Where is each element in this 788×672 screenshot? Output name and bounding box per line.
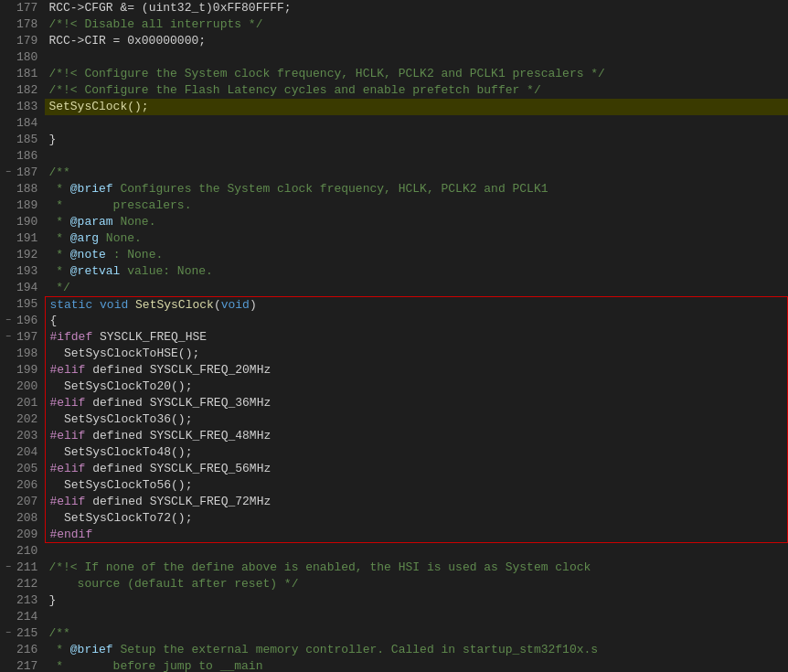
code-token: * before jump to __main: [48, 659, 262, 672]
code-token: * prescalers.: [48, 198, 191, 212]
line-number: 198: [4, 346, 37, 362]
code-line: /*!< Configure the System clock frequenc…: [45, 66, 788, 82]
code-token: *: [48, 215, 69, 229]
code-lines[interactable]: RCC->CFGR &= (uint32_t)0xFF80FFFF;/*!< D…: [45, 0, 788, 672]
fold-placeholder: [4, 662, 13, 671]
code-line: [45, 609, 788, 625]
line-number: 209: [4, 527, 37, 543]
code-token: SetSysClock();: [48, 100, 148, 113]
line-number: 181: [4, 66, 37, 82]
code-token: defined SYSCLK_FREQ_56MHz: [85, 462, 271, 475]
code-token: < If none of the define above is enabled…: [70, 560, 591, 574]
code-token: SYSCLK_FREQ_HSE: [92, 330, 207, 344]
code-token: *: [48, 264, 69, 278]
code-token: [128, 298, 135, 312]
code-token: #elif: [49, 462, 85, 475]
code-token: }: [48, 593, 56, 607]
line-number-text: 196: [16, 313, 37, 329]
code-token: @param: [70, 215, 113, 229]
line-number: 204: [4, 444, 37, 461]
line-number-text: 216: [16, 642, 37, 658]
code-line: #elif defined SYSCLK_FREQ_56MHz: [45, 461, 788, 477]
code-line: {: [45, 313, 788, 329]
fold-icon[interactable]: −: [4, 563, 13, 572]
code-line: [45, 148, 788, 165]
line-number-text: 191: [16, 230, 37, 247]
code-token: *: [48, 231, 69, 245]
line-number-text: 205: [16, 461, 37, 477]
code-line: /*!< Configure the Flash Latency cycles …: [45, 82, 788, 99]
line-number-text: 201: [16, 395, 37, 411]
code-token: /*!: [48, 560, 69, 574]
code-token: Configures the System clock frequency, H…: [113, 182, 548, 196]
line-number: 214: [4, 609, 37, 625]
code-token: < Disable all interrupts */: [70, 17, 263, 31]
code-line: #endif: [45, 527, 788, 543]
line-number: 202: [4, 411, 37, 428]
line-number-text: 193: [16, 263, 37, 280]
code-line: /*!< Disable all interrupts */: [45, 16, 788, 33]
code-line: SetSysClockTo48();: [45, 444, 788, 461]
line-number-text: 198: [16, 346, 37, 362]
code-line: source (default after reset) */: [45, 576, 788, 592]
fold-placeholder: [4, 267, 13, 276]
code-line: */: [45, 280, 788, 296]
fold-placeholder: [4, 349, 13, 358]
line-number: −196: [4, 313, 37, 329]
code-line: * @arg None.: [45, 230, 788, 247]
code-line: * @note : None.: [45, 247, 788, 263]
fold-placeholder: [4, 4, 13, 13]
code-token: #elif: [49, 363, 85, 377]
code-line: #ifdef SYSCLK_FREQ_HSE: [45, 329, 788, 346]
fold-placeholder: [4, 201, 13, 210]
code-line: SetSysClockTo36();: [45, 411, 788, 428]
line-number: −211: [4, 560, 37, 576]
code-token: #elif: [49, 495, 85, 508]
line-number: 191: [4, 230, 37, 247]
code-token: < Configure the Flash Latency cycles and…: [70, 83, 541, 97]
code-token: SetSysClockToHSE();: [49, 347, 199, 360]
fold-icon[interactable]: −: [4, 333, 13, 342]
code-line: static void SetSysClock(void): [45, 296, 788, 313]
line-number: 217: [4, 658, 37, 672]
line-number-text: 181: [16, 66, 37, 82]
line-number-text: 213: [16, 592, 37, 609]
code-token: #elif: [49, 429, 85, 443]
line-number: 193: [4, 263, 37, 280]
line-number-text: 192: [16, 247, 37, 263]
code-token: SetSysClock: [135, 298, 214, 312]
code-token: : None.: [106, 248, 163, 261]
code-line: * @brief Setup the external memory contr…: [45, 642, 788, 658]
line-number-text: 204: [16, 444, 37, 461]
line-number: 188: [4, 181, 37, 197]
line-number-text: 200: [16, 379, 37, 395]
code-token: defined SYSCLK_FREQ_20MHz: [85, 363, 271, 377]
line-number: 203: [4, 428, 37, 444]
code-token: None.: [113, 215, 156, 229]
fold-placeholder: [4, 448, 13, 457]
code-token: and: [441, 67, 462, 80]
fold-placeholder: [4, 432, 13, 441]
code-token: PCLK1 prescalers */: [463, 67, 605, 80]
line-number: 210: [4, 543, 37, 560]
line-number-text: 186: [16, 148, 37, 165]
line-number: 179: [4, 33, 37, 49]
line-number-text: 212: [16, 576, 37, 592]
fold-placeholder: [4, 300, 13, 309]
fold-placeholder: [4, 514, 13, 523]
line-number: −215: [4, 625, 37, 642]
code-token: ): [250, 298, 257, 312]
code-token: source (default after reset) */: [48, 577, 298, 591]
fold-icon[interactable]: −: [4, 316, 13, 325]
code-token: *: [48, 643, 69, 656]
line-number-text: 178: [16, 16, 37, 33]
line-number: 186: [4, 148, 37, 165]
code-token: #elif: [49, 396, 85, 410]
fold-icon[interactable]: −: [4, 168, 13, 177]
line-number: 207: [4, 494, 37, 510]
fold-placeholder: [4, 366, 13, 375]
line-number: 185: [4, 132, 37, 148]
line-number: 213: [4, 592, 37, 609]
line-number-text: 185: [16, 132, 37, 148]
fold-icon[interactable]: −: [4, 629, 13, 638]
